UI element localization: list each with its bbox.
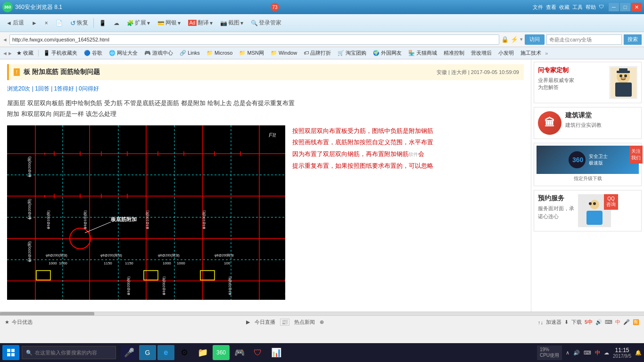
bookmark-google[interactable]: 🔵 谷歌 bbox=[81, 49, 105, 58]
bookmark-tax[interactable]: 营改增后 bbox=[468, 49, 495, 58]
keyboard-tray-icon[interactable]: ⌨ bbox=[584, 350, 591, 356]
follow-text2: 我们 bbox=[631, 155, 641, 161]
bookmark-microso[interactable]: 📁 Microso bbox=[204, 49, 236, 58]
close-button[interactable]: ✕ bbox=[631, 3, 642, 11]
bookmark-window[interactable]: 📁 Window bbox=[268, 49, 300, 58]
menu-icon1[interactable]: 🛡 bbox=[599, 4, 604, 11]
extend-button[interactable]: 🧩 扩展▾ bbox=[123, 16, 154, 30]
taskbar-app-game[interactable]: 🎮 bbox=[231, 345, 248, 360]
search-button[interactable]: 搜索 bbox=[624, 34, 642, 45]
bookmark-more[interactable]: » bbox=[545, 50, 548, 56]
dropdown-icon[interactable]: ▾ bbox=[520, 36, 523, 42]
maximize-button[interactable]: □ bbox=[620, 3, 630, 11]
bm-nav-icon[interactable]: ◄► bbox=[2, 50, 13, 56]
volume-icon[interactable]: 🔊 bbox=[573, 350, 580, 356]
sidebar-upgrade-section: 360 安全卫士极速版 指定升级下载 关注 我们 bbox=[534, 143, 642, 186]
back-button[interactable]: ◄ 后退 bbox=[2, 16, 28, 30]
qq-button[interactable]: QQ 咨询 bbox=[604, 194, 618, 210]
svg-text:1150: 1150 bbox=[104, 261, 112, 265]
forward-button[interactable]: ► bbox=[28, 16, 41, 30]
input-method-icon: 🈶 bbox=[633, 319, 639, 325]
bookmark-tech[interactable]: 施工技术 bbox=[518, 49, 544, 58]
new-tab-button[interactable]: 📄 bbox=[52, 16, 66, 30]
bookmark-links[interactable]: 🔗 Links bbox=[177, 49, 203, 58]
netbank-button[interactable]: 💳 网银▾ bbox=[154, 16, 184, 30]
bookmarks-bar: ◄► ★ 收藏 📱 手机收藏夹 🔵 谷歌 🌐 网址大全 🎮 游戏中心 🔗 Lin… bbox=[0, 47, 644, 59]
menu-view[interactable]: 查看 bbox=[546, 4, 556, 11]
bookmark-star[interactable]: ★ 收藏 bbox=[14, 49, 36, 58]
taskbar-app-edge[interactable]: e bbox=[157, 345, 174, 360]
minimize-button[interactable]: ─ bbox=[609, 3, 619, 11]
svg-text:1150: 1150 bbox=[125, 261, 133, 265]
screenshot-button[interactable]: 📷 截图▾ bbox=[216, 16, 247, 30]
bookmark-tmall[interactable]: 🏪 天猫商城 bbox=[405, 49, 440, 58]
taskbar-app-360[interactable]: 360 bbox=[213, 345, 230, 360]
bookmark-precise[interactable]: 精准控制 bbox=[441, 49, 467, 58]
taskbar-app-explorer[interactable]: 📁 bbox=[194, 345, 211, 360]
notification-icon[interactable]: 🔔 bbox=[635, 350, 642, 356]
weather-icon: ☁ bbox=[604, 350, 609, 356]
question-body: 屋面层 双层双向板筋 图中绘制负筋 受力筋 不管是底筋还是面筋 都是附加 绘制上… bbox=[7, 98, 524, 120]
close-tab-button[interactable]: × bbox=[41, 16, 52, 30]
bookmark-msn[interactable]: 📁 MSN网 bbox=[236, 49, 267, 58]
visit-button[interactable]: 访问 bbox=[525, 34, 545, 45]
bookmark-games[interactable]: 🎮 游戏中心 bbox=[141, 49, 176, 58]
menu-tools[interactable]: 工具 bbox=[572, 4, 583, 11]
menu-file[interactable]: 文件 bbox=[533, 4, 543, 11]
antivirus-icon: 中 bbox=[615, 319, 620, 326]
news-text[interactable]: 热点新闻 bbox=[294, 319, 315, 326]
menu-favorites[interactable]: 收藏 bbox=[559, 4, 570, 11]
svg-text:ϕ8@200(附): ϕ8@200(附) bbox=[162, 276, 166, 295]
live-text[interactable]: 今日直播 bbox=[255, 319, 275, 326]
translate-button[interactable]: Ad 翻译▾ bbox=[184, 16, 216, 30]
cloud-button[interactable]: ☁ bbox=[110, 16, 123, 30]
follow-text: 关注 bbox=[631, 148, 641, 155]
menu-bar: 文件 查看 收藏 工具 帮助 🛡 bbox=[533, 4, 604, 11]
follow-button[interactable]: 关注 我们 bbox=[629, 146, 643, 164]
login-button[interactable]: 🔍 登录管家 bbox=[247, 16, 285, 30]
svg-rect-77 bbox=[7, 353, 10, 356]
taskbar-search[interactable]: 🔍 在这里输入你要搜索的内容 bbox=[22, 346, 116, 359]
status-today[interactable]: 今日优选 bbox=[12, 319, 33, 326]
svg-rect-67 bbox=[619, 68, 627, 72]
question-header: ! 板 附加底筋 面筋绘制问题 安徽 | 连大师 | 2017-09-05 10… bbox=[7, 64, 524, 80]
nav-prev-icon[interactable]: ◄ bbox=[2, 37, 8, 42]
clock-time: 11:15 bbox=[613, 347, 631, 354]
start-button[interactable] bbox=[2, 345, 19, 360]
menu-help[interactable]: 帮助 bbox=[586, 4, 596, 11]
taskbar-app-cortana[interactable]: 🎤 bbox=[121, 345, 138, 360]
building-class-title: 建筑课堂 bbox=[565, 111, 602, 120]
taskbar-search-placeholder: 在这里输入你要搜索的内容 bbox=[35, 349, 97, 356]
plus-icon[interactable]: ⊕ bbox=[320, 319, 324, 325]
taskbar-app-settings[interactable]: ⚙ bbox=[176, 345, 193, 360]
taskbar-clock: 11:15 2017/9/5 bbox=[613, 347, 631, 359]
bookmark-inventor[interactable]: 小发明 bbox=[495, 49, 517, 58]
bookmark-brand[interactable]: 🏷 品牌打折 bbox=[301, 49, 334, 58]
bookmark-mobile[interactable]: 📱 手机收藏夹 bbox=[41, 49, 80, 58]
search-input[interactable] bbox=[546, 34, 622, 45]
tray-up-icon[interactable]: ∧ bbox=[566, 350, 570, 356]
nav-bar: ◄ 后退 ► × 📄 ↺ 恢复 📱 ☁ 🧩 扩展▾ 💳 网银▾ Ad 翻译▾ 📷… bbox=[0, 14, 644, 32]
login-icon: 🔍 bbox=[251, 20, 258, 26]
taskbar-app-browser[interactable]: G bbox=[139, 345, 156, 360]
svg-text:1000: 1000 bbox=[163, 261, 171, 265]
stats-text[interactable]: 浏览20次 | 1回答 | 1答得好 | 0问得好 bbox=[7, 85, 99, 92]
taskbar-app-software2[interactable]: 📊 bbox=[268, 345, 285, 360]
mobile-bookmark-button[interactable]: 📱 bbox=[95, 16, 110, 30]
refresh-button[interactable]: ↺ 恢复 bbox=[66, 16, 92, 30]
svg-point-64 bbox=[619, 74, 622, 77]
sidebar-expert-section: 问专家定制 业界最权威专家 为您解答 bbox=[534, 62, 642, 103]
download-text: 下载 bbox=[571, 319, 582, 326]
scroll-area[interactable] bbox=[0, 312, 644, 315]
bookmark-taobao[interactable]: 🛒 淘宝团购 bbox=[335, 49, 369, 58]
answer-text: 按照双层双向布置板受力筋，图纸中负筋是附加钢筋 按照画线布置，底筋附加按照自定义… bbox=[292, 125, 433, 300]
qq-label2: 咨询 bbox=[605, 201, 617, 208]
netbank-icon: 💳 bbox=[157, 20, 165, 26]
date-label: 2017-09-05 10:59:09 bbox=[471, 69, 519, 75]
address-input[interactable] bbox=[9, 34, 499, 45]
province-label: 安徽 bbox=[437, 69, 447, 75]
taskbar-app-software1[interactable]: 🛡 bbox=[249, 345, 266, 360]
svg-text:ϕ8@200(附): ϕ8@200(附) bbox=[228, 276, 232, 295]
bookmark-netdir[interactable]: 🌐 网址大全 bbox=[106, 49, 140, 58]
bookmark-foreign[interactable]: 🌍 外国网友 bbox=[370, 49, 405, 58]
